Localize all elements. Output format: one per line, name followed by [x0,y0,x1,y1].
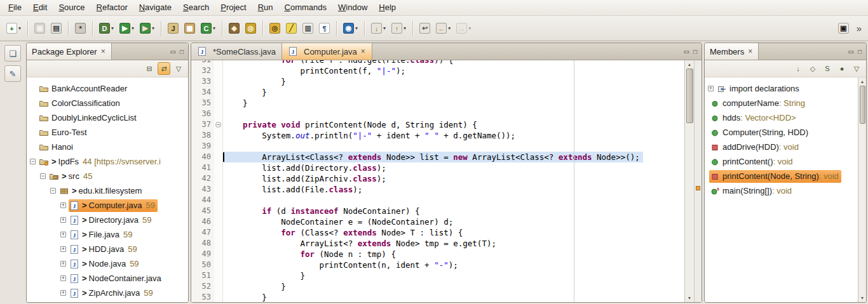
tree-item[interactable]: +J>Directory.java59 [27,213,188,227]
member-item[interactable]: hdds : Vector<HDD> [705,110,858,125]
dropdown-arrow-icon[interactable]: ▾ [132,25,134,31]
code-line[interactable]: 38 System.out.println("|-" + ident + " "… [191,130,684,141]
member-item[interactable]: Computer(String, HDD) [705,125,858,140]
collapse-icon[interactable]: − [50,188,56,194]
new-wizard-button[interactable]: +▾ [4,20,24,37]
line-number[interactable]: 34 [191,87,214,98]
print-button[interactable]: ▤ [48,20,64,37]
tree-item[interactable]: BankAccountReader [27,81,188,96]
members-scrollbar[interactable]: ▲ ▼ [858,77,866,302]
build-button[interactable]: * [72,20,88,37]
new-class-button[interactable]: C▾ [198,20,218,37]
menu-window[interactable]: Window [332,1,373,15]
line-number[interactable]: 53 [191,292,214,302]
fold-gutter[interactable]: − [214,119,223,130]
dropdown-arrow-icon[interactable]: ▾ [18,25,21,31]
member-item[interactable]: +import declarations [705,81,858,96]
code-line[interactable]: 52 } [191,281,684,292]
menu-edit[interactable]: Edit [27,1,53,15]
line-number[interactable]: 43 [191,184,214,195]
tree-item[interactable]: Hanoi [27,140,188,154]
maximize-icon[interactable]: □ [858,48,862,55]
tree-item[interactable]: +J>ZipArchiv.java59 [27,286,188,300]
package-explorer-view-tab[interactable]: Package Explorer × [27,43,112,60]
line-number[interactable]: 39 [191,141,214,152]
close-view-icon[interactable]: × [100,47,106,56]
menu-file[interactable]: File [3,1,27,15]
line-number[interactable]: 32 [191,65,214,76]
code-line[interactable]: 46 NodeContainer e = (NodeContainer) d; [191,216,684,227]
save-button[interactable]: ▣ [32,20,48,37]
dropdown-arrow-icon[interactable]: ▾ [111,25,114,31]
editor-tab[interactable]: JComputer.java× [282,43,372,60]
occurrence-marker[interactable] [696,186,700,190]
code-line[interactable]: 32 printContent(f, "|-"); [191,65,684,76]
expand-icon[interactable]: + [60,202,66,208]
code-line[interactable]: 42 list.add(ZipArchiv.class); [191,173,684,184]
code-line[interactable]: 36 [191,109,684,119]
next-annotation-button[interactable]: ↓▾ [369,20,388,37]
line-number[interactable]: 31 [191,60,214,65]
tree-item[interactable]: ColorClassification [27,96,188,110]
code-line[interactable]: 40 ArrayList<Class<? extends Node>> list… [191,152,684,162]
collapse-icon[interactable]: − [30,159,36,164]
code-line[interactable]: 49 for (Node n : tmp) { [191,249,684,260]
line-number[interactable]: 48 [191,238,214,249]
new-package-button[interactable]: ▦ [182,20,198,37]
tree-item[interactable]: +J>Computer.java59 [27,198,188,213]
hide-fields-button[interactable]: ◇ [806,62,819,75]
expand-icon[interactable]: + [60,246,66,252]
package-explorer-tree[interactable]: BankAccountReaderColorClassificationDoub… [27,77,188,302]
line-number[interactable]: 50 [191,260,214,270]
code-line[interactable]: 48 ArrayList<? extends Node> tmp = e.get… [191,238,684,249]
mark-occurrences-button[interactable]: ╱ [283,20,299,37]
tree-item[interactable]: −>src45 [27,169,188,183]
external-tools-button[interactable]: ▶▾ [137,20,157,37]
scrollbar-thumb[interactable] [860,86,865,124]
line-number[interactable]: 42 [191,173,214,184]
run-button[interactable]: ▶▾ [117,20,137,37]
code-line[interactable]: 33 } [191,76,684,87]
menu-commands[interactable]: Commands [279,1,332,15]
toolbar-overflow-chevron[interactable]: » [857,23,862,34]
members-list[interactable]: +import declarationscomputerName : Strin… [705,77,858,302]
restore-views-button[interactable]: ❏ [4,45,21,62]
line-number[interactable]: 41 [191,162,214,173]
last-edit-location-button[interactable]: ↩ [417,20,433,37]
tree-item[interactable]: −>IpdFs44 [https://svnserver.i [27,154,188,169]
code-line[interactable]: 47 for (Class<? extends Node> T : list) … [191,227,684,238]
show-whitespace-button[interactable]: ¶ [316,20,332,37]
hide-non-public-members-button[interactable]: ● [836,62,848,75]
member-item[interactable]: printContent() : void [705,154,858,169]
menu-navigate[interactable]: Navigate [133,1,177,15]
scroll-up-icon[interactable]: ▲ [688,60,692,69]
code-line[interactable]: 35 } [191,98,684,109]
expand-icon[interactable]: + [60,261,66,267]
menu-project[interactable]: Project [215,1,252,15]
code-line[interactable]: 31 for (File f : hdd.get(File.class)) { [191,60,684,65]
expand-icon[interactable]: + [60,275,66,281]
code-line[interactable]: 34 } [191,87,684,98]
dropdown-arrow-icon[interactable]: ▾ [213,25,215,31]
member-item[interactable]: printContent(Node, String) : void [705,169,858,183]
expand-icon[interactable]: + [708,86,714,91]
editor-tab[interactable]: J*SomeClass.java [191,43,282,60]
line-number[interactable]: 38 [191,130,214,141]
dropdown-arrow-icon[interactable]: ▾ [383,25,386,31]
members-view-menu-button[interactable]: ▽ [850,62,863,75]
scroll-down-icon[interactable]: ▼ [860,294,865,302]
code-line[interactable]: 39 [191,141,684,152]
maximize-icon[interactable]: □ [180,48,184,55]
line-number[interactable]: 35 [191,98,214,109]
new-java-project-button[interactable]: J [165,20,181,37]
line-number[interactable]: 37 [191,119,214,130]
expand-icon[interactable]: + [60,217,66,223]
minimize-icon[interactable]: ▭ [848,48,854,55]
line-number[interactable]: 33 [191,76,214,87]
previous-annotation-button[interactable]: ↑▾ [389,20,409,37]
dropdown-arrow-icon[interactable]: ▾ [448,25,451,31]
collapse-icon[interactable]: − [40,173,46,179]
block-selection-button[interactable]: ▥ [300,20,316,37]
forward-button[interactable]: →▾ [454,20,473,37]
tree-item[interactable]: +J>Node.java59 [27,256,188,271]
